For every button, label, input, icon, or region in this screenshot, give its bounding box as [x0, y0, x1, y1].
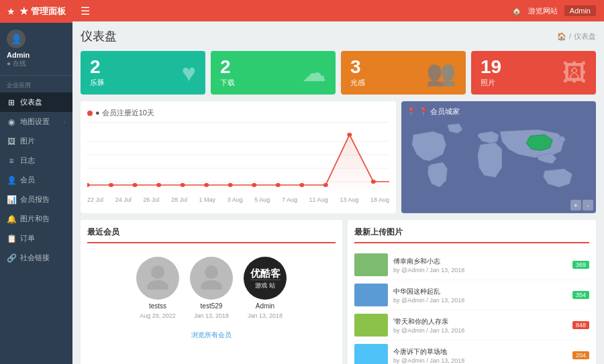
- photo-item-2: '带天和你的人存亲 by @Admin / Jan 13, 2018 848: [354, 310, 589, 341]
- photo-meta-3: by @Admin / Jan 13, 2018: [393, 357, 567, 364]
- map-container: [407, 121, 591, 208]
- content-area: 仪表盘 🏠 / 仪表盘 2 乐豚 ♥ 2 下载 ☁: [72, 21, 604, 364]
- topbar-right: 🏠 游览网站 Admin: [512, 5, 596, 16]
- member-avatar-admin: 优酷客 游戏 站: [244, 257, 287, 300]
- map-pin-icon: 📍: [407, 107, 416, 116]
- photo-meta-1: by @Admin / Jan 13, 2018: [393, 297, 567, 304]
- member-name-2: Admin: [256, 302, 274, 310]
- map-zoom-in-button[interactable]: +: [570, 200, 581, 210]
- members-panel: 最近会员 testss Aug 29, 2022: [81, 220, 342, 364]
- sidebar-logo-text: ★ 管理面板: [19, 5, 66, 17]
- user-status: ● 在线: [7, 59, 26, 68]
- photo-meta-0: by @Admin / Jan 13, 2018: [393, 267, 567, 274]
- view-all-members-link[interactable]: 浏览所有会员: [191, 331, 232, 339]
- stat-cards: 2 乐豚 ♥ 2 下载 ☁ 3 光感 👥: [81, 51, 596, 95]
- x-label-4: 28 Jul: [171, 196, 187, 203]
- stat-label-users: 光感: [350, 78, 365, 88]
- sidebar-item-logs[interactable]: ≡ 日志: [0, 151, 72, 170]
- sidebar-item-reports[interactable]: 📊 会员报告: [0, 190, 72, 209]
- star-icon: ★: [7, 6, 15, 17]
- stat-number-photos: 19: [481, 58, 501, 76]
- user-icon: 👤: [11, 34, 22, 44]
- photo-meta-2: by @Admin / Jan 13, 2018: [393, 327, 567, 334]
- stat-label-heart: 乐豚: [90, 78, 105, 88]
- reports-icon: 📊: [7, 195, 16, 204]
- photo-item-1: 中华国这种起乱 by @Admin / Jan 13, 2018 354: [354, 280, 589, 310]
- main-content: ☰ 🏠 游览网站 Admin 仪表盘 🏠 / 仪表盘 2 乐豚 ♥: [72, 0, 604, 364]
- topbar: ☰ 🏠 游览网站 Admin: [72, 0, 604, 21]
- orders-icon: 📋: [7, 234, 16, 243]
- notifications-icon: 🔔: [7, 215, 16, 224]
- photo-list: 傅幸南乡和小志 by @Admin / Jan 13, 2018 369 中华国…: [354, 250, 589, 364]
- photo-badge-2: 848: [572, 321, 589, 329]
- sidebar-item-orders[interactable]: 📋 订单: [0, 229, 72, 248]
- heart-icon: ♥: [182, 59, 196, 87]
- member-avatar-testss: [136, 257, 179, 300]
- stat-label-photos: 照片: [481, 78, 501, 88]
- dashboard-icon: ⊞: [7, 98, 16, 107]
- x-label-7: 5 Aug: [254, 196, 270, 203]
- view-all-members: 浏览所有会员: [87, 330, 336, 340]
- admin-badge: Admin: [564, 5, 596, 16]
- photo-badge-1: 354: [572, 291, 589, 299]
- stat-card-download: 2 下载 ☁: [211, 51, 336, 95]
- x-label-5: 1 May: [199, 196, 216, 203]
- photo-title-1: 中华国这种起乱: [393, 287, 567, 296]
- photo-thumb-2: [354, 314, 388, 337]
- sidebar-item-map[interactable]: ◉ 地图设置 ›: [0, 112, 72, 131]
- sidebar-item-photos[interactable]: 🖼 图片: [0, 131, 72, 151]
- map-zoom-out-button[interactable]: -: [583, 200, 593, 210]
- sidebar-item-social[interactable]: 🔗 社会链接: [0, 248, 72, 267]
- member-name-1: test529: [201, 302, 223, 310]
- chart-title-text: ● 会员注册近10天: [95, 108, 154, 118]
- svg-point-8: [181, 183, 185, 187]
- member-date-1: Jan 13, 2018: [194, 312, 229, 319]
- social-icon: 🔗: [7, 253, 16, 263]
- chart-panel: ● 会员注册近10天: [81, 101, 396, 213]
- svg-point-10: [228, 183, 233, 187]
- mid-row: ● 会员注册近10天: [81, 101, 596, 213]
- member-date-0: Aug 29, 2022: [140, 312, 176, 319]
- user-avatar-icon: [144, 263, 171, 294]
- x-label-3: 26 Jul: [143, 196, 159, 203]
- menu-toggle-icon[interactable]: ☰: [81, 5, 90, 17]
- sidebar-item-dashboard[interactable]: ⊞ 仪表盘: [0, 93, 72, 112]
- visit-site-link[interactable]: 游览网站: [528, 6, 558, 16]
- svg-point-7: [156, 183, 161, 187]
- members-icon: 👤: [7, 176, 16, 185]
- map-nav: + -: [570, 200, 593, 210]
- sidebar-label-notifications: 图片和告: [20, 214, 50, 224]
- sidebar-section-title: 企业应用: [0, 76, 72, 93]
- photos-title: 最新上传图片: [354, 227, 403, 238]
- svg-point-9: [204, 183, 209, 187]
- breadcrumb-current: 仪表盘: [574, 32, 596, 42]
- sidebar-item-members[interactable]: 👤 会员: [0, 170, 72, 190]
- sidebar-label-members: 会员: [20, 175, 35, 185]
- member-date-2: Jan 13, 2018: [248, 312, 283, 319]
- photo-thumb-0: [354, 253, 388, 276]
- member-avatar-test529: [190, 257, 233, 300]
- sidebar-label-photos: 图片: [20, 136, 35, 146]
- photo-info-1: 中华国这种起乱 by @Admin / Jan 13, 2018: [393, 287, 567, 304]
- stat-card-heart: 2 乐豚 ♥: [81, 51, 205, 95]
- photos-icon: 🖼: [562, 59, 587, 87]
- svg-point-21: [201, 280, 222, 290]
- sidebar-label-dashboard: 仪表盘: [20, 97, 42, 107]
- page-title: 仪表盘: [81, 28, 117, 44]
- photo-badge-3: 204: [572, 351, 589, 359]
- map-title-text: 📍 会员城家: [419, 107, 460, 117]
- sidebar-label-logs: 日志: [20, 156, 35, 166]
- svg-point-18: [151, 265, 164, 279]
- stat-card-photos: 19 照片 🖼: [471, 51, 596, 95]
- member-item-testss: testss Aug 29, 2022: [136, 257, 179, 319]
- svg-point-16: [371, 180, 376, 184]
- sidebar-label-social: 社会链接: [20, 253, 50, 263]
- stat-label-download: 下载: [220, 78, 235, 88]
- breadcrumb: 🏠 / 仪表盘: [557, 32, 596, 42]
- sidebar-item-notifications[interactable]: 🔔 图片和告: [0, 209, 72, 229]
- x-label-6: 3 Aug: [228, 196, 243, 203]
- chart-dot-icon: [87, 111, 93, 116]
- user-avatar-icon-2: [198, 263, 225, 294]
- chevron-right-icon: ›: [64, 119, 66, 125]
- breadcrumb-sep: /: [569, 32, 571, 40]
